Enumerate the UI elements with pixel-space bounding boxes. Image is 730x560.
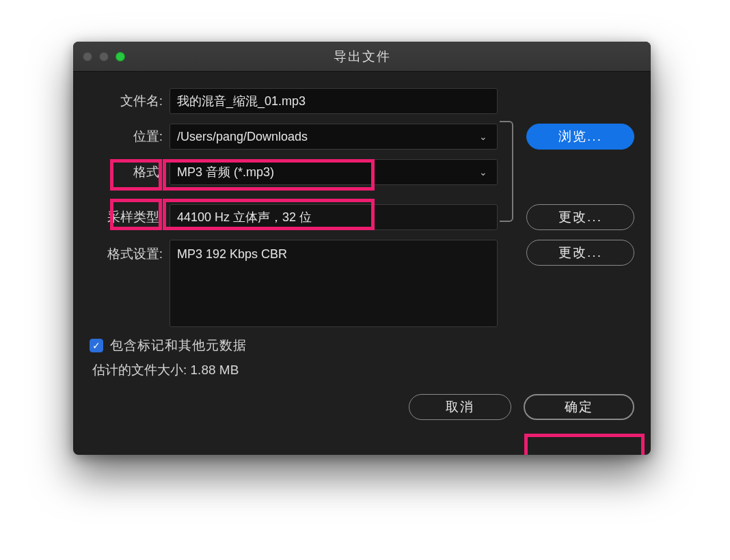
filename-input[interactable]: 我的混音_缩混_01.mp3 bbox=[170, 88, 498, 114]
close-window-button[interactable] bbox=[83, 52, 92, 61]
window-controls bbox=[83, 52, 125, 61]
change-sample-type-button[interactable]: 更改... bbox=[526, 204, 634, 230]
chevron-down-icon: ⌄ bbox=[475, 164, 491, 180]
location-dropdown[interactable]: /Users/pang/Downloads ⌄ bbox=[170, 124, 498, 150]
sample-type-display: 44100 Hz 立体声，32 位 bbox=[170, 204, 498, 230]
cancel-button-label: 取消 bbox=[446, 398, 474, 416]
change-format-settings-button[interactable]: 更改... bbox=[526, 240, 634, 266]
highlight-box bbox=[524, 434, 645, 455]
dialog-footer: 取消 确定 bbox=[90, 394, 634, 420]
location-value: /Users/pang/Downloads bbox=[177, 130, 308, 144]
format-dropdown[interactable]: MP3 音频 (*.mp3) ⌄ bbox=[170, 159, 498, 185]
estimated-file-size: 估计的文件大小: 1.88 MB bbox=[90, 361, 634, 379]
checkmark-icon: ✓ bbox=[92, 340, 100, 351]
label-format: 格式: bbox=[90, 163, 170, 181]
row-location: 位置: /Users/pang/Downloads ⌄ 浏览... bbox=[90, 124, 634, 150]
label-location: 位置: bbox=[90, 128, 170, 145]
filename-value: 我的混音_缩混_01.mp3 bbox=[177, 93, 306, 109]
row-sample-type: 采样类型: 44100 Hz 立体声，32 位 更改... bbox=[90, 204, 634, 230]
browse-button[interactable]: 浏览... bbox=[526, 124, 634, 150]
label-format-settings: 格式设置: bbox=[90, 240, 170, 263]
sample-type-value: 44100 Hz 立体声，32 位 bbox=[177, 209, 312, 225]
chevron-down-icon: ⌄ bbox=[475, 128, 491, 145]
ok-button-label: 确定 bbox=[565, 398, 593, 416]
format-settings-display: MP3 192 Kbps CBR bbox=[170, 240, 498, 327]
dialog-body: 文件名: 我的混音_缩混_01.mp3 位置: /Users/pang/Down… bbox=[73, 72, 651, 432]
row-format: 格式: MP3 音频 (*.mp3) ⌄ bbox=[90, 159, 634, 185]
format-settings-value: MP3 192 Kbps CBR bbox=[177, 247, 287, 262]
row-format-settings: 格式设置: MP3 192 Kbps CBR 更改... bbox=[90, 240, 634, 327]
dialog-title: 导出文件 bbox=[81, 48, 643, 66]
zoom-window-button[interactable] bbox=[116, 52, 125, 61]
label-filename: 文件名: bbox=[90, 92, 170, 110]
change-button-label: 更改... bbox=[558, 244, 602, 262]
include-metadata-label: 包含标记和其他元数据 bbox=[110, 337, 247, 354]
minimize-window-button[interactable] bbox=[99, 52, 109, 61]
row-include-metadata: ✓ 包含标记和其他元数据 bbox=[90, 337, 634, 354]
row-filename: 文件名: 我的混音_缩混_01.mp3 bbox=[90, 88, 634, 114]
ok-button[interactable]: 确定 bbox=[524, 394, 634, 420]
include-metadata-checkbox[interactable]: ✓ bbox=[90, 339, 103, 352]
label-sample-type: 采样类型: bbox=[90, 208, 170, 226]
cancel-button[interactable]: 取消 bbox=[409, 394, 511, 420]
browse-button-label: 浏览... bbox=[558, 128, 602, 145]
format-value: MP3 音频 (*.mp3) bbox=[177, 164, 274, 180]
export-file-dialog: 导出文件 文件名: 我的混音_缩混_01.mp3 位置: bbox=[73, 42, 651, 455]
titlebar: 导出文件 bbox=[73, 42, 651, 72]
change-button-label: 更改... bbox=[558, 208, 602, 226]
